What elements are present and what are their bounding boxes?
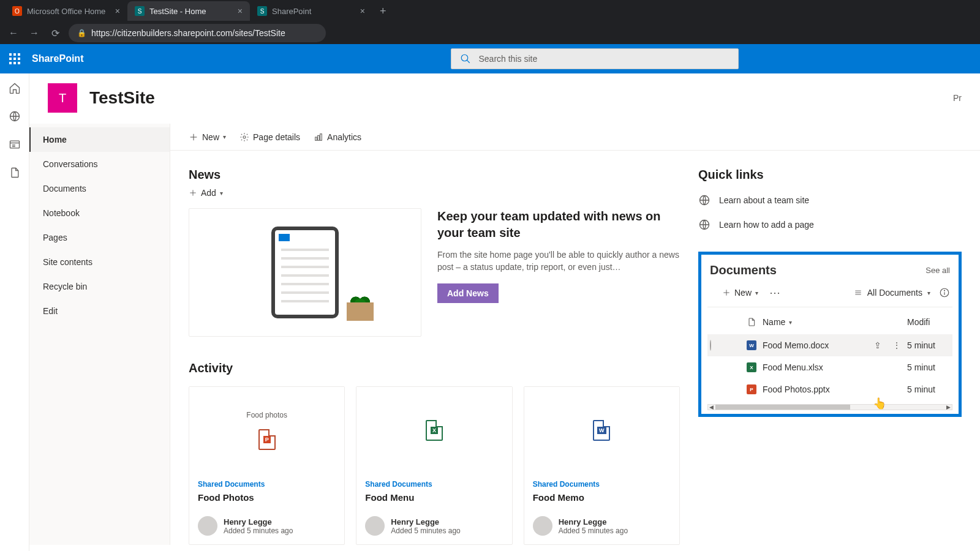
modified-time: 5 minut	[907, 340, 950, 350]
browser-tab-testsite[interactable]: S TestSite - Home ×	[127, 1, 250, 21]
ppt-file-icon: P	[258, 429, 276, 450]
new-button[interactable]: New ▾	[189, 132, 226, 142]
scroll-right-icon[interactable]: ▶	[946, 404, 951, 410]
share-icon[interactable]: ⇪	[874, 340, 881, 350]
close-icon[interactable]: ×	[115, 6, 120, 16]
nav-edit[interactable]: Edit	[29, 299, 170, 323]
activity-timestamp: Added 5 minutes ago	[559, 527, 628, 535]
activity-timestamp: Added 5 minutes ago	[391, 527, 460, 535]
close-icon[interactable]: ×	[360, 6, 365, 16]
news-illustration	[189, 208, 421, 337]
scroll-left-icon[interactable]: ◀	[709, 404, 714, 410]
globe-icon	[698, 219, 710, 231]
globe-icon[interactable]	[9, 110, 21, 122]
document-row[interactable]: W Food Memo.docx ⇪⋮ 5 minut	[707, 334, 952, 356]
site-title[interactable]: TestSite	[89, 88, 155, 108]
activity-card[interactable]: X Shared Documents Food Menu Henry Legge…	[356, 386, 512, 545]
modified-column-header[interactable]: Modifi	[907, 317, 950, 327]
select-radio[interactable]	[710, 340, 711, 351]
page-details-button[interactable]: Page details	[239, 132, 300, 142]
view-selector[interactable]: All Documents ▾	[854, 288, 930, 298]
add-news-button[interactable]: Add News	[437, 283, 499, 303]
analytics-label: Analytics	[327, 132, 361, 142]
news-heading: News	[189, 168, 680, 182]
avatar	[365, 516, 385, 536]
card-preview: X	[356, 387, 511, 474]
see-all-link[interactable]: See all	[925, 266, 950, 275]
card-preview: W	[524, 387, 679, 474]
forward-icon[interactable]: →	[27, 28, 42, 39]
tab-title: Microsoft Office Home	[27, 7, 105, 16]
nav-site-contents[interactable]: Site contents	[29, 250, 170, 274]
document-row[interactable]: P Food Photos.pptx 5 minut	[707, 378, 952, 400]
xls-file-icon: X	[426, 420, 443, 441]
more-icon[interactable]: ⋮	[892, 340, 901, 350]
lock-icon: 🔒	[77, 29, 86, 37]
quicklink-add-page[interactable]: Learn how to add a page	[698, 212, 962, 237]
file-name[interactable]: Food Menu.xlsx	[763, 362, 907, 372]
quicklink-label: Learn about a team site	[719, 195, 809, 205]
reload-icon[interactable]: ⟳	[48, 28, 62, 39]
close-icon[interactable]: ×	[238, 6, 243, 16]
home-icon[interactable]	[9, 82, 21, 94]
nav-recycle-bin[interactable]: Recycle bin	[29, 274, 170, 299]
app-launcher-icon[interactable]	[0, 44, 29, 73]
suite-product-name[interactable]: SharePoint	[29, 53, 83, 64]
card-filename: Food Memo	[533, 492, 671, 503]
activity-card[interactable]: W Shared Documents Food Memo Henry Legge…	[524, 386, 680, 545]
documents-heading: Documents	[710, 263, 777, 277]
files-icon[interactable]	[9, 167, 21, 179]
nav-notebook[interactable]: Notebook	[29, 201, 170, 225]
site-logo[interactable]: T	[48, 83, 77, 113]
news-icon[interactable]	[9, 138, 21, 151]
scrollbar-thumb[interactable]	[715, 405, 850, 410]
add-label: Add	[201, 188, 216, 198]
news-body: From the site home page you'll be able t…	[437, 249, 680, 274]
address-bar[interactable]: 🔒 https://citizenbuilders.sharepoint.com…	[69, 24, 326, 42]
new-tab-button[interactable]: +	[372, 5, 394, 18]
horizontal-scrollbar[interactable]: ◀ ▶	[707, 404, 952, 410]
news-title: Keep your team updated with news on your…	[437, 208, 680, 241]
quicklinks-heading: Quick links	[698, 168, 962, 182]
analytics-button[interactable]: Analytics	[314, 132, 361, 142]
news-add-button[interactable]: Add ▾	[189, 188, 223, 198]
browser-tab-sharepoint[interactable]: S SharePoint ×	[250, 1, 372, 21]
user-name: Henry Legge	[391, 517, 460, 527]
nav-documents[interactable]: Documents	[29, 176, 170, 201]
file-type-column-icon[interactable]	[747, 317, 756, 327]
name-column-header[interactable]: Name▾	[763, 317, 907, 327]
chart-icon	[314, 132, 323, 142]
modified-time: 5 minut	[907, 362, 950, 372]
card-library[interactable]: Shared Documents	[198, 480, 336, 489]
chevron-down-icon: ▾	[755, 290, 758, 296]
office-favicon: O	[12, 6, 22, 16]
suite-bar: SharePoint Search this site	[0, 44, 980, 73]
browser-chrome: O Microsoft Office Home × S TestSite - H…	[0, 0, 980, 44]
card-library[interactable]: Shared Documents	[365, 480, 503, 489]
tab-title: SharePoint	[272, 7, 311, 16]
info-icon[interactable]	[939, 287, 950, 298]
more-actions-button[interactable]: ⋯	[769, 286, 782, 299]
nav-conversations[interactable]: Conversations	[29, 152, 170, 176]
documents-webpart: Documents See all New ▾ ⋯	[698, 252, 962, 417]
quicklink-learn-team-site[interactable]: Learn about a team site	[698, 188, 962, 212]
search-box[interactable]: Search this site	[451, 48, 739, 69]
quicklink-label: Learn how to add a page	[719, 220, 814, 230]
app-rail	[0, 73, 29, 551]
globe-icon	[698, 194, 710, 206]
search-placeholder: Search this site	[478, 54, 537, 64]
file-name[interactable]: Food Memo.docx	[763, 340, 874, 350]
file-name[interactable]: Food Photos.pptx	[763, 384, 907, 394]
sharepoint-favicon: S	[257, 6, 267, 16]
activity-card[interactable]: Food photos P Shared Documents Food Phot…	[189, 386, 345, 545]
browser-tab-office[interactable]: O Microsoft Office Home ×	[5, 1, 127, 21]
document-row[interactable]: X Food Menu.xlsx 5 minut	[707, 356, 952, 378]
doc-file-icon: W	[747, 340, 756, 350]
chevron-down-icon: ▾	[789, 319, 792, 326]
documents-new-button[interactable]: New ▾	[722, 288, 758, 298]
nav-home[interactable]: Home	[29, 127, 170, 152]
nav-pages[interactable]: Pages	[29, 225, 170, 250]
card-library[interactable]: Shared Documents	[533, 480, 671, 489]
chevron-down-icon: ▾	[220, 190, 223, 197]
back-icon[interactable]: ←	[6, 28, 21, 39]
